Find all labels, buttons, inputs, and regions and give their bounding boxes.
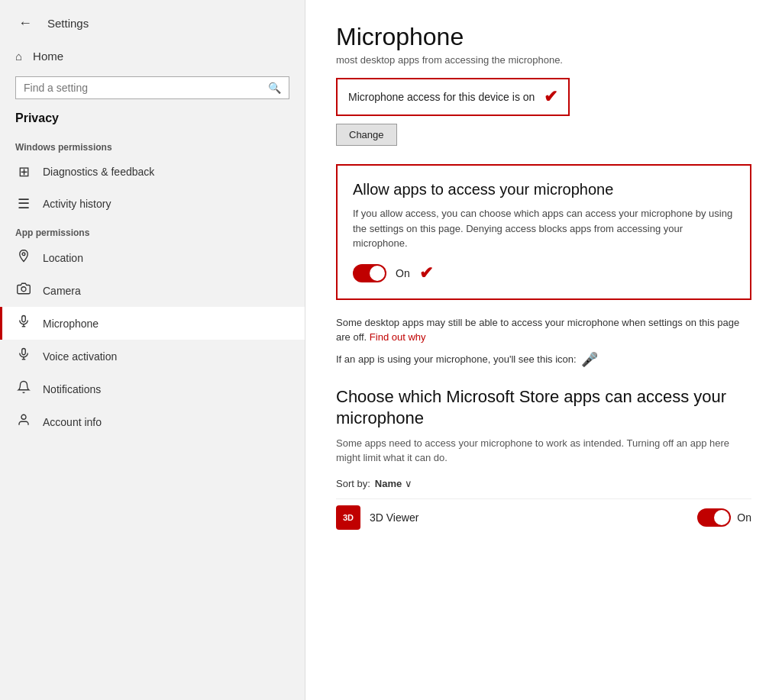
sort-dropdown[interactable]: Name ∨ xyxy=(375,478,412,489)
voice-icon xyxy=(15,347,32,365)
app-toggle-label-3dviewer: On xyxy=(737,511,751,524)
allow-apps-desc: If you allow access, you can choose whic… xyxy=(353,206,735,251)
privacy-heading: Privacy xyxy=(0,108,305,134)
sort-value: Name xyxy=(375,478,402,489)
microphone-icon xyxy=(15,315,32,332)
app-icon-3dviewer: 3D xyxy=(336,505,360,530)
sidebar-item-label-activity: Activity history xyxy=(43,198,111,210)
allow-apps-toggle-row: On ✔ xyxy=(353,263,735,283)
sidebar-item-location[interactable]: Location xyxy=(0,241,305,274)
sidebar-item-label-diagnostics: Diagnostics & feedback xyxy=(43,166,154,178)
activity-icon: ☰ xyxy=(15,195,32,212)
notifications-icon xyxy=(15,380,32,398)
app-row-left: 3D 3D Viewer xyxy=(336,505,418,530)
sidebar-item-label-camera: Camera xyxy=(43,285,81,297)
svg-point-8 xyxy=(21,415,26,419)
sidebar: ← Settings ⌂ Home 🔍 Privacy Windows perm… xyxy=(0,0,305,700)
mic-inline-icon: 🎤 xyxy=(581,351,598,368)
app-permissions-label: App permissions xyxy=(0,220,305,241)
sidebar-item-label-notifications: Notifications xyxy=(43,383,101,395)
svg-point-1 xyxy=(21,287,26,292)
home-nav-item[interactable]: ⌂ Home xyxy=(0,42,305,70)
choose-section-desc: Some apps need to access your microphone… xyxy=(336,436,751,466)
sidebar-item-voice[interactable]: Voice activation xyxy=(0,340,305,373)
subtitle-text: most desktop apps from accessing the mic… xyxy=(336,54,751,66)
device-access-checkmark: ✔ xyxy=(544,87,557,107)
app-row-3dviewer: 3D 3D Viewer On xyxy=(336,498,751,536)
desktop-apps-note: Some desktop apps may still be able to a… xyxy=(336,315,751,345)
sidebar-item-label-voice: Voice activation xyxy=(43,350,117,363)
mic-icon-note: If an app is using your microphone, you'… xyxy=(336,351,751,368)
sidebar-item-label-microphone: Microphone xyxy=(43,318,99,330)
page-title: Microphone xyxy=(336,23,751,51)
diagnostics-icon: ⊞ xyxy=(15,163,32,180)
sidebar-item-camera[interactable]: Camera xyxy=(0,274,305,307)
sidebar-item-activity[interactable]: ☰ Activity history xyxy=(0,188,305,220)
search-icon: 🔍 xyxy=(268,82,281,94)
sort-chevron-icon: ∨ xyxy=(405,478,412,489)
svg-rect-5 xyxy=(22,349,26,355)
sidebar-item-microphone[interactable]: Microphone xyxy=(0,307,305,340)
windows-permissions-label: Windows permissions xyxy=(0,134,305,156)
choose-section-title: Choose which Microsoft Store apps can ac… xyxy=(336,386,751,430)
allow-apps-checkmark: ✔ xyxy=(419,263,433,283)
sidebar-header: ← Settings xyxy=(0,0,305,42)
camera-icon xyxy=(15,282,32,299)
main-content: Microphone most desktop apps from access… xyxy=(305,0,782,700)
app-toggle-row: On xyxy=(697,508,751,527)
sidebar-item-label-account: Account info xyxy=(43,416,102,428)
allow-apps-title: Allow apps to access your microphone xyxy=(353,181,735,198)
sidebar-item-notifications[interactable]: Notifications xyxy=(0,373,305,405)
change-button[interactable]: Change xyxy=(336,124,397,146)
sort-label: Sort by: xyxy=(336,478,370,489)
find-out-why-link[interactable]: Find out why xyxy=(370,331,426,343)
mic-icon-note-text: If an app is using your microphone, you'… xyxy=(336,353,577,365)
sort-row: Sort by: Name ∨ xyxy=(336,478,751,489)
svg-rect-2 xyxy=(22,316,26,322)
search-input[interactable] xyxy=(24,82,268,94)
back-button[interactable]: ← xyxy=(15,12,35,34)
app-name-3dviewer: 3D Viewer xyxy=(370,511,418,524)
location-icon xyxy=(15,249,32,266)
sidebar-item-label-location: Location xyxy=(43,252,83,264)
svg-point-0 xyxy=(22,253,25,256)
sidebar-title: Settings xyxy=(47,17,89,30)
search-box[interactable]: 🔍 xyxy=(15,76,289,99)
home-label: Home xyxy=(33,50,63,63)
device-access-text: Microphone access for this device is on xyxy=(348,91,535,103)
account-icon xyxy=(15,413,32,431)
sidebar-item-account[interactable]: Account info xyxy=(0,405,305,438)
toggle-on-label: On xyxy=(396,267,410,279)
allow-apps-toggle[interactable] xyxy=(353,264,386,282)
sidebar-item-diagnostics[interactable]: ⊞ Diagnostics & feedback xyxy=(0,156,305,188)
device-access-box: Microphone access for this device is on … xyxy=(336,78,570,116)
allow-apps-box: Allow apps to access your microphone If … xyxy=(336,164,751,300)
home-icon: ⌂ xyxy=(15,50,22,63)
app-toggle-3dviewer[interactable] xyxy=(697,508,731,527)
